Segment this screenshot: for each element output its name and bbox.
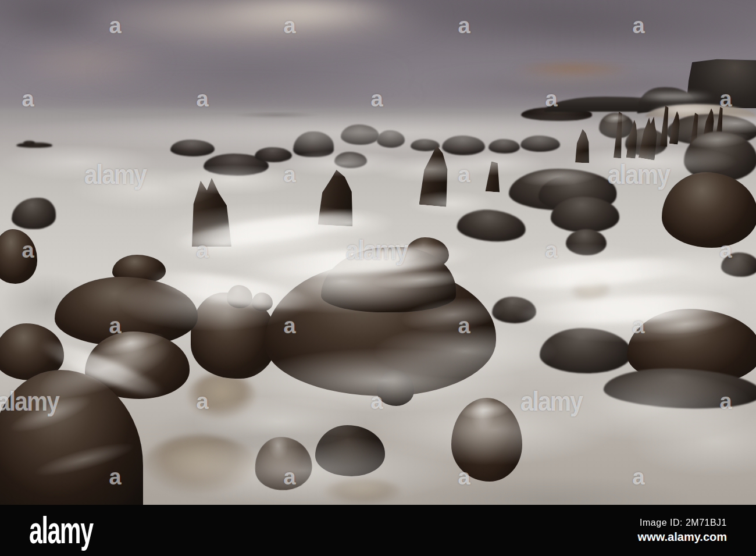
watermark-alamy: alamy	[346, 237, 408, 263]
rock-highlight	[602, 112, 629, 124]
watermark-alamy: alamy	[0, 388, 59, 415]
watermark-a: a	[632, 15, 644, 37]
watermark-a: a	[196, 88, 208, 110]
watermark-a: a	[196, 239, 208, 261]
watermark-a: a	[196, 390, 208, 412]
cloud	[23, 81, 430, 108]
watermark-a: a	[370, 88, 383, 110]
watermark-a: a	[719, 390, 732, 412]
watermark-a: a	[283, 163, 295, 186]
cloud	[348, 0, 756, 64]
photo: aaaaaaaaaalamyaaalamyaaalamyaaaaaaalamya…	[0, 0, 756, 505]
sea-mist	[407, 191, 494, 216]
watermark-a: a	[458, 163, 470, 186]
watermark-a: a	[458, 315, 470, 337]
watermark-a: a	[370, 390, 383, 412]
rock-highlight	[684, 130, 750, 149]
watermark-a: a	[632, 466, 644, 488]
rock	[12, 198, 56, 229]
watermark-a: a	[458, 466, 470, 488]
cloud	[0, 0, 110, 41]
watermark-alamy: alamy	[84, 161, 146, 188]
watermark-a: a	[109, 466, 121, 488]
sea-mist	[192, 395, 366, 448]
watermark-a: a	[545, 88, 557, 110]
watermark-a: a	[545, 239, 557, 261]
image-id: Image ID: 2M71BJ1	[638, 518, 727, 528]
footer-bar: alamy Image ID: 2M71BJ1 www.alamy.com	[0, 505, 756, 556]
watermark-a: a	[458, 15, 470, 37]
watermark-a: a	[719, 239, 732, 261]
watermark-a: a	[283, 15, 295, 37]
alamy-url: www.alamy.com	[638, 530, 727, 544]
sea-mist	[628, 406, 756, 477]
rock	[662, 172, 756, 248]
watermark-a: a	[109, 315, 121, 337]
watermark-a: a	[109, 15, 121, 37]
alamy-stock-photo-page: aaaaaaaaaalamyaaalamyaaalamyaaaaaaalamya…	[0, 0, 756, 556]
watermark-a: a	[719, 88, 732, 110]
watermark-a: a	[283, 315, 295, 337]
watermark-a: a	[632, 315, 644, 337]
watermark-alamy: alamy	[520, 388, 582, 415]
water-streak	[634, 93, 715, 100]
watermark-a: a	[283, 466, 295, 488]
footer-info: Image ID: 2M71BJ1 www.alamy.com	[638, 518, 727, 544]
watermark-alamy: alamy	[608, 161, 669, 188]
watermark-a: a	[22, 239, 34, 261]
watermark-a: a	[22, 88, 34, 110]
alamy-logo: alamy	[29, 512, 93, 549]
